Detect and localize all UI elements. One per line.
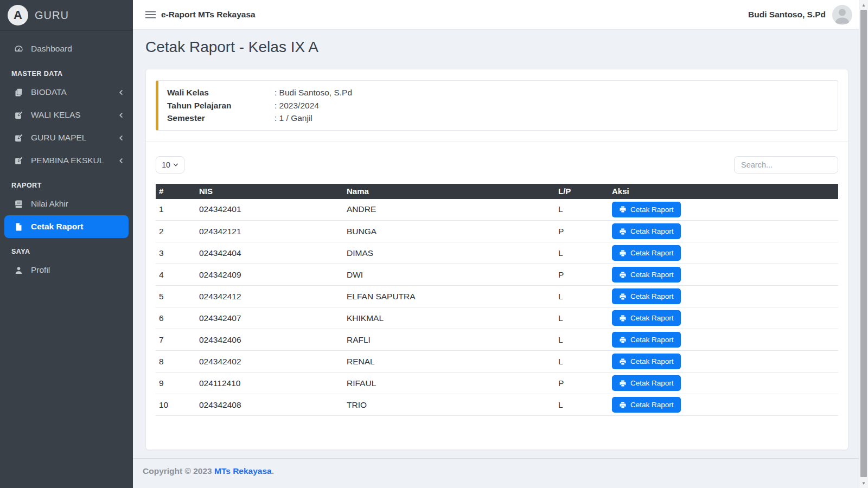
sidebar-item-cetak-raport[interactable]: Cetak Raport bbox=[4, 215, 129, 238]
cell-lp: P bbox=[555, 221, 609, 242]
table-row: 8 024342402 RENAL L Cetak Raport bbox=[156, 351, 838, 373]
cell-lp: L bbox=[555, 394, 609, 416]
sidebar-item-label: WALI KELAS bbox=[31, 110, 81, 120]
cetak-raport-button[interactable]: Cetak Raport bbox=[612, 354, 681, 369]
edit-icon bbox=[14, 111, 23, 120]
chevron-left-icon bbox=[118, 158, 124, 164]
col-header-nis: NIS bbox=[196, 184, 343, 199]
sidebar-section-saya: SAYA bbox=[0, 238, 133, 259]
sidebar-brand[interactable]: A GURU bbox=[0, 0, 133, 31]
scrollbar-down-arrow[interactable]: ▼ bbox=[859, 479, 868, 487]
cetak-raport-button[interactable]: Cetak Raport bbox=[612, 397, 681, 413]
table-controls: 10 bbox=[156, 156, 838, 174]
cell-lp: L bbox=[555, 286, 609, 307]
printer-icon bbox=[619, 206, 627, 213]
cetak-raport-button[interactable]: Cetak Raport bbox=[612, 245, 681, 261]
table-row: 2 024342121 BUNGA P Cetak Raport bbox=[156, 221, 838, 242]
sidebar-item-label: GURU MAPEL bbox=[31, 132, 87, 143]
cell-nama: DIMAS bbox=[343, 242, 555, 264]
chevron-left-icon bbox=[118, 112, 124, 118]
avatar[interactable] bbox=[832, 5, 852, 25]
cetak-raport-button[interactable]: Cetak Raport bbox=[612, 310, 681, 326]
button-label: Cetak Raport bbox=[630, 227, 674, 235]
footer-link[interactable]: MTs Rekayasa bbox=[214, 466, 272, 476]
sidebar-item-biodata[interactable]: BIODATA bbox=[0, 81, 133, 104]
sidebar-item-pembina-ekskul[interactable]: PEMBINA EKSKUL bbox=[0, 149, 133, 172]
cell-lp: L bbox=[555, 307, 609, 329]
sidebar-nav: Dashboard MASTER DATA BIODATA WALI KELAS bbox=[0, 31, 133, 281]
cell-no: 10 bbox=[156, 394, 196, 416]
table-row: 3 024342404 DIMAS L Cetak Raport bbox=[156, 242, 838, 264]
cell-nama: KHIKMAL bbox=[343, 307, 555, 329]
cell-nama: ELFAN SAPUTRA bbox=[343, 286, 555, 307]
sidebar-item-label: Nilai Akhir bbox=[31, 198, 68, 209]
hamburger-menu-icon[interactable] bbox=[145, 11, 156, 18]
sidebar-item-dashboard[interactable]: Dashboard bbox=[0, 37, 133, 60]
cell-nama: ANDRE bbox=[343, 199, 555, 221]
cell-nis: 024342121 bbox=[196, 221, 343, 242]
scrollbar-thumb[interactable] bbox=[860, 10, 867, 477]
col-header-no: # bbox=[156, 184, 196, 199]
page-size-select[interactable]: 10 bbox=[156, 156, 184, 174]
col-header-aksi: Aksi bbox=[609, 184, 838, 199]
browser-scrollbar[interactable]: ▲ ▼ bbox=[859, 0, 868, 488]
info-row-semester: Semester : 1 / Ganjil bbox=[167, 112, 829, 125]
printer-icon bbox=[619, 314, 627, 322]
sidebar-item-guru-mapel[interactable]: GURU MAPEL bbox=[0, 126, 133, 149]
button-label: Cetak Raport bbox=[630, 379, 674, 387]
cell-lp: P bbox=[555, 373, 609, 394]
file-icon bbox=[14, 222, 23, 232]
sidebar-item-profil[interactable]: Profil bbox=[0, 259, 133, 281]
cell-nis: 024342412 bbox=[196, 286, 343, 307]
main-area: e-Raport MTs Rekayasa Budi Santoso, S.Pd… bbox=[133, 0, 868, 488]
cetak-raport-button[interactable]: Cetak Raport bbox=[612, 375, 681, 391]
cell-nis: 024342406 bbox=[196, 329, 343, 351]
button-label: Cetak Raport bbox=[630, 336, 674, 344]
printer-icon bbox=[619, 249, 627, 257]
cetak-raport-button[interactable]: Cetak Raport bbox=[612, 332, 681, 348]
cell-nis: 024342408 bbox=[196, 394, 343, 416]
cetak-raport-button[interactable]: Cetak Raport bbox=[612, 288, 681, 304]
info-row-tahun-pelajaran: Tahun Pelajaran : 2023/2024 bbox=[167, 99, 829, 112]
sidebar-section-master-data: MASTER DATA bbox=[0, 60, 133, 81]
col-header-nama: Nama bbox=[343, 184, 555, 199]
cell-no: 1 bbox=[156, 199, 196, 221]
info-label: Tahun Pelajaran bbox=[167, 99, 275, 112]
sidebar-item-label: Profil bbox=[31, 265, 50, 275]
info-value: : 2023/2024 bbox=[275, 99, 319, 112]
edit-icon bbox=[14, 133, 23, 143]
search-input[interactable] bbox=[734, 156, 838, 174]
printer-icon bbox=[619, 336, 627, 344]
col-header-lp: L/P bbox=[555, 184, 609, 199]
printer-icon bbox=[619, 380, 627, 387]
cell-no: 9 bbox=[156, 373, 196, 394]
card-body: 10 # NIS Nama bbox=[146, 142, 848, 450]
cetak-raport-button[interactable]: Cetak Raport bbox=[612, 223, 681, 239]
cell-lp: L bbox=[555, 329, 609, 351]
cetak-raport-button[interactable]: Cetak Raport bbox=[612, 267, 681, 282]
cell-lp: L bbox=[555, 351, 609, 373]
app-logo-icon: A bbox=[8, 5, 28, 25]
sidebar-item-wali-kelas[interactable]: WALI KELAS bbox=[0, 104, 133, 126]
user-name[interactable]: Budi Santoso, S.Pd bbox=[748, 10, 826, 20]
cell-lp: L bbox=[555, 199, 609, 221]
cell-nis: 024342407 bbox=[196, 307, 343, 329]
sidebar-section-raport: RAPORT bbox=[0, 172, 133, 192]
copyright-text: Copyright © 2023 bbox=[143, 466, 214, 476]
speedometer-icon bbox=[14, 44, 23, 54]
app-window: A GURU Dashboard MASTER DATA BIODATA bbox=[0, 0, 868, 488]
sidebar-item-nilai-akhir[interactable]: Nilai Akhir bbox=[0, 192, 133, 215]
cell-no: 2 bbox=[156, 221, 196, 242]
printer-icon bbox=[619, 271, 627, 279]
button-label: Cetak Raport bbox=[630, 249, 674, 257]
button-label: Cetak Raport bbox=[630, 271, 674, 279]
cell-no: 3 bbox=[156, 242, 196, 264]
button-label: Cetak Raport bbox=[630, 314, 674, 322]
cell-nis: 024342409 bbox=[196, 264, 343, 286]
scrollbar-up-arrow[interactable]: ▲ bbox=[859, 1, 868, 9]
info-row-wali-kelas: Wali Kelas : Budi Santoso, S.Pd bbox=[167, 86, 829, 99]
cetak-raport-button[interactable]: Cetak Raport bbox=[612, 202, 681, 217]
table-row: 6 024342407 KHIKMAL L Cetak Raport bbox=[156, 307, 838, 329]
button-label: Cetak Raport bbox=[630, 206, 674, 214]
printer-icon bbox=[619, 228, 627, 235]
